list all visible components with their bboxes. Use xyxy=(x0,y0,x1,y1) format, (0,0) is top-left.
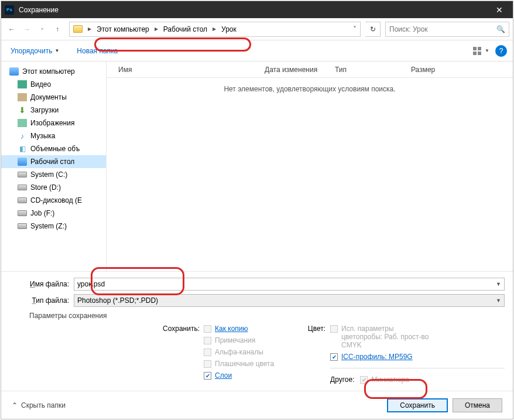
tree-pictures[interactable]: Изображения xyxy=(1,117,106,129)
close-button[interactable]: ✕ xyxy=(486,1,513,18)
crumb-desktop[interactable]: Рабочий стол xyxy=(160,22,211,36)
filename-combo[interactable]: ▼ xyxy=(74,278,505,291)
titlebar: Ps Сохранение ✕ xyxy=(1,1,513,18)
breadcrumb-bar[interactable]: ▶ Этот компьютер ▶ Рабочий стол ▶ Урок ˅ xyxy=(69,22,361,37)
chevron-right-icon[interactable]: ▶ xyxy=(211,26,218,32)
save-dialog: Ps Сохранение ✕ ← → ▾ ↑ ▶ Этот компьютер… xyxy=(1,1,513,419)
opt-thumb[interactable]: Другое:✔Миниатюра xyxy=(330,375,505,384)
footer: ⌃Скрыть папки Сохранить Отмена xyxy=(1,391,513,419)
checkbox-checked[interactable]: ✔ xyxy=(360,376,368,384)
nav-row: ← → ▾ ↑ ▶ Этот компьютер ▶ Рабочий стол … xyxy=(1,18,513,40)
col-type[interactable]: Тип xyxy=(335,66,411,74)
cube-icon: ◧ xyxy=(18,145,27,153)
tree-drive-f[interactable]: Job (F:) xyxy=(1,207,106,220)
checkbox-checked[interactable]: ✔ xyxy=(330,353,338,361)
drive-icon xyxy=(18,185,27,190)
drive-icon xyxy=(18,210,27,216)
refresh-button[interactable]: ↻ xyxy=(365,22,381,37)
save-options-title: Параметры сохранения xyxy=(9,312,505,320)
document-icon xyxy=(18,93,27,101)
opt-layers[interactable]: ✔Слои xyxy=(204,371,297,380)
search-input[interactable] xyxy=(389,25,496,33)
filetype-combo[interactable]: Photoshop (*.PSD;*.PDD)▼ xyxy=(74,294,505,307)
checkbox[interactable] xyxy=(204,360,211,368)
image-icon xyxy=(18,119,27,127)
opt-icc[interactable]: ✔ICC-профиль: MP59G xyxy=(330,353,505,361)
tree-documents[interactable]: Документы xyxy=(1,91,106,104)
col-date[interactable]: Дата изменения xyxy=(265,66,335,74)
filename-input[interactable] xyxy=(77,280,496,288)
drive-icon xyxy=(18,172,27,177)
tree-drive-z[interactable]: System (Z:) xyxy=(1,220,106,233)
tree-drive-e[interactable]: CD-дисковод (E xyxy=(1,194,106,207)
empty-message: Нет элементов, удовлетворяющих условиям … xyxy=(107,78,513,271)
address-dropdown[interactable]: ˅ xyxy=(349,25,360,33)
tree-3d-objects[interactable]: ◧Объемные объ xyxy=(1,142,106,155)
nav-tree: Этот компьютер Видео Документы ⬇Загрузки… xyxy=(1,62,107,271)
drive-icon xyxy=(18,223,27,229)
search-icon[interactable]: 🔍 xyxy=(496,25,505,33)
opt-spot[interactable]: Плашечные цвета xyxy=(204,360,297,368)
filetype-label: Тип файла: xyxy=(9,296,74,305)
music-icon: ♪ xyxy=(18,132,27,140)
opt-notes[interactable]: Примечания xyxy=(204,336,297,344)
checkbox[interactable] xyxy=(330,325,338,333)
folder-icon xyxy=(73,25,83,33)
hide-folders-toggle[interactable]: ⌃Скрыть папки xyxy=(12,401,66,409)
tree-downloads[interactable]: ⬇Загрузки xyxy=(1,104,106,117)
crumb-lesson[interactable]: Урок xyxy=(218,22,240,36)
forward-button[interactable]: → xyxy=(20,22,34,36)
tree-this-pc[interactable]: Этот компьютер xyxy=(1,65,106,78)
chevron-up-icon: ⌃ xyxy=(12,401,18,409)
svg-rect-3 xyxy=(478,52,481,55)
save-button[interactable]: Сохранить xyxy=(387,398,448,412)
opt-proof[interactable]: Исп. параметры цветопробы: Раб. прост-во… xyxy=(330,325,505,349)
desktop-icon xyxy=(18,158,27,166)
col-name[interactable]: Имя xyxy=(118,66,265,74)
tree-music[interactable]: ♪Музыка xyxy=(1,129,106,142)
opt-as-copy[interactable]: Как копию xyxy=(204,325,297,333)
svg-rect-1 xyxy=(478,47,481,50)
video-icon xyxy=(18,80,27,88)
toolbar-row: Упорядочить▼ Новая папка ▼ ? xyxy=(1,40,513,62)
file-list: Имя Дата изменения Тип Размер Нет элемен… xyxy=(107,62,513,271)
save-section-label: Сохранить: xyxy=(163,325,204,384)
tree-video[interactable]: Видео xyxy=(1,78,106,91)
checkbox[interactable] xyxy=(204,325,211,333)
up-button[interactable]: ↑ xyxy=(50,22,64,36)
chevron-down-icon[interactable]: ▼ xyxy=(496,298,501,303)
chevron-right-icon[interactable]: ▶ xyxy=(153,26,160,32)
form-area: Имя файла: ▼ Тип файла: Photoshop (*.PSD… xyxy=(1,271,513,391)
new-folder-button[interactable]: Новая папка xyxy=(73,45,121,57)
checkbox[interactable] xyxy=(204,337,211,344)
organize-button[interactable]: Упорядочить▼ xyxy=(7,45,63,57)
download-icon: ⬇ xyxy=(18,106,27,114)
window-title: Сохранение xyxy=(19,6,486,14)
column-headers: Имя Дата изменения Тип Размер xyxy=(107,62,513,78)
cancel-button[interactable]: Отмена xyxy=(453,398,502,412)
svg-rect-2 xyxy=(473,52,477,55)
svg-rect-0 xyxy=(473,47,477,50)
filename-label: Имя файла: xyxy=(9,280,74,288)
tree-drive-c[interactable]: System (C:) xyxy=(1,168,106,181)
crumb-this-pc[interactable]: Этот компьютер xyxy=(93,22,153,36)
col-size[interactable]: Размер xyxy=(411,66,447,74)
view-button[interactable]: ▼ xyxy=(473,44,489,58)
pc-icon xyxy=(9,67,19,76)
search-box[interactable]: 🔍 xyxy=(385,22,509,37)
drive-icon xyxy=(18,197,27,203)
checkbox-checked[interactable]: ✔ xyxy=(204,372,211,380)
chevron-right-icon[interactable]: ▶ xyxy=(86,26,93,32)
back-button[interactable]: ← xyxy=(5,22,19,36)
help-button[interactable]: ? xyxy=(495,45,507,57)
recent-dropdown[interactable]: ▾ xyxy=(35,22,49,36)
chevron-down-icon[interactable]: ▼ xyxy=(496,281,501,287)
opt-alpha[interactable]: Альфа-каналы xyxy=(204,348,297,356)
tree-desktop[interactable]: Рабочий стол xyxy=(1,155,106,168)
color-section-label: Цвет: xyxy=(297,325,330,384)
tree-drive-d[interactable]: Store (D:) xyxy=(1,181,106,194)
checkbox[interactable] xyxy=(204,349,211,356)
photoshop-icon: Ps xyxy=(5,5,14,15)
